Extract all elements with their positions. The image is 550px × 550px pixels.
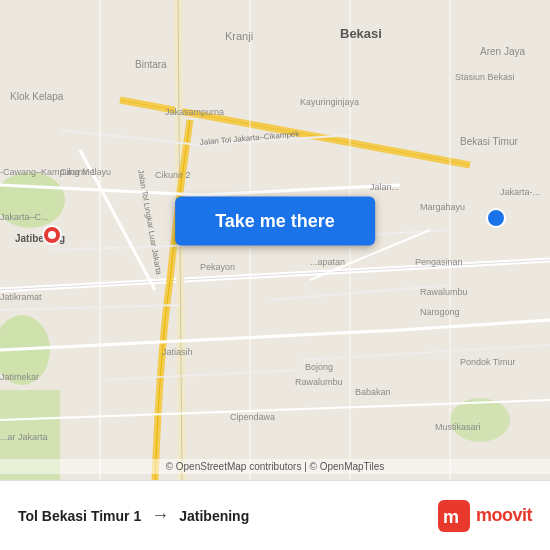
from-station-label: Tol Bekasi Timur 1 <box>18 508 141 524</box>
svg-text:Mustikasari: Mustikasari <box>435 422 481 432</box>
svg-text:Klok Kelapa: Klok Kelapa <box>10 91 64 102</box>
svg-point-67 <box>487 209 505 227</box>
svg-text:Cipendawa: Cipendawa <box>230 412 275 422</box>
svg-text:Kranji: Kranji <box>225 30 253 42</box>
to-station-label: Jatibening <box>179 508 249 524</box>
footer-bar: Tol Bekasi Timur 1 → Jatibening m moovit <box>0 480 550 550</box>
svg-point-5 <box>450 398 510 442</box>
svg-text:Jalan...: Jalan... <box>370 182 399 192</box>
svg-text:Jakarta–C...: Jakarta–C... <box>0 212 49 222</box>
svg-text:Jatiasih: Jatiasih <box>162 347 193 357</box>
svg-text:...apatan: ...apatan <box>310 257 345 267</box>
svg-text:Cikunir 1: Cikunir 1 <box>60 167 96 177</box>
map-attribution: © OpenStreetMap contributors | © OpenMap… <box>0 459 550 474</box>
svg-text:Pondok Timur: Pondok Timur <box>460 357 516 367</box>
svg-text:Pengasinan: Pengasinan <box>415 257 463 267</box>
svg-text:Pekayon: Pekayon <box>200 262 235 272</box>
moovit-brand-text: moovit <box>476 505 532 526</box>
svg-text:Jakasampurna: Jakasampurna <box>165 107 224 117</box>
svg-text:Rawalumbu: Rawalumbu <box>420 287 468 297</box>
svg-text:Bekasi: Bekasi <box>340 26 382 41</box>
svg-text:Rawalumbu: Rawalumbu <box>295 377 343 387</box>
svg-text:Narogong: Narogong <box>420 307 460 317</box>
svg-text:Cikunir 2: Cikunir 2 <box>155 170 191 180</box>
svg-text:m: m <box>443 507 459 527</box>
moovit-icon: m <box>438 500 470 532</box>
take-me-there-button[interactable]: Take me there <box>175 196 375 245</box>
map-container: Kranji Bekasi Aren Jaya Stasiun Bekasi B… <box>0 0 550 480</box>
svg-text:Margahayu: Margahayu <box>420 202 465 212</box>
svg-point-69 <box>48 231 56 239</box>
svg-text:Bintara: Bintara <box>135 59 167 70</box>
moovit-logo: m moovit <box>438 500 532 532</box>
svg-text:...ar Jakarta: ...ar Jakarta <box>0 432 48 442</box>
svg-text:Kayuringinjaya: Kayuringinjaya <box>300 97 359 107</box>
svg-text:Aren Jaya: Aren Jaya <box>480 46 525 57</box>
svg-text:Jatikramat: Jatikramat <box>0 292 42 302</box>
svg-text:Babakan: Babakan <box>355 387 391 397</box>
route-info: Tol Bekasi Timur 1 → Jatibening <box>18 505 438 526</box>
svg-text:Jatimekar: Jatimekar <box>0 372 39 382</box>
route-arrow-icon: → <box>151 505 169 526</box>
svg-text:Bojong: Bojong <box>305 362 333 372</box>
svg-text:Jakarta-...: Jakarta-... <box>500 187 540 197</box>
svg-text:Bekasi Timur: Bekasi Timur <box>460 136 518 147</box>
svg-text:Stasiun Bekasi: Stasiun Bekasi <box>455 72 515 82</box>
